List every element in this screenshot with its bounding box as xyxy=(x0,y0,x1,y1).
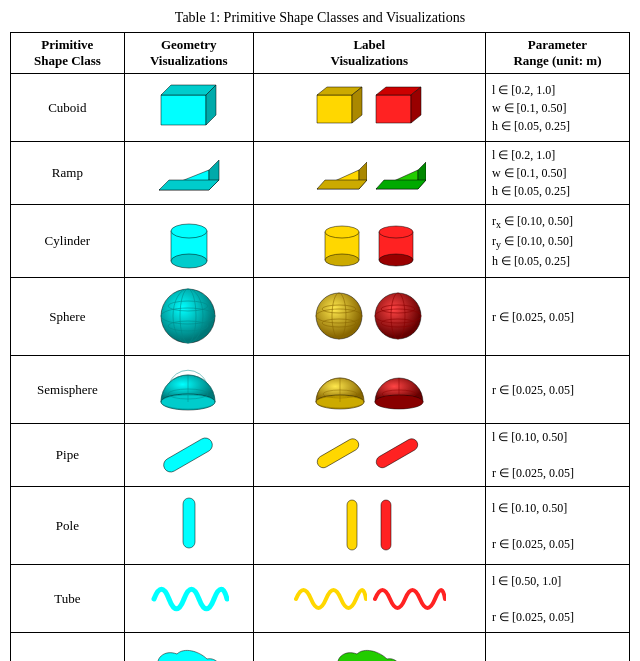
header-shape-class: PrimitiveShape Class xyxy=(11,33,125,74)
param-sphere: r ∈ [0.025, 0.05] xyxy=(485,278,629,356)
svg-point-22 xyxy=(325,254,359,266)
shape-ramp: Ramp xyxy=(11,142,125,205)
table-row: Pole xyxy=(11,487,630,565)
shape-semisphere: Semisphere xyxy=(11,356,125,424)
svg-point-38 xyxy=(375,293,421,339)
svg-marker-11 xyxy=(159,180,219,190)
table-row: Ramp xyxy=(11,142,630,205)
shape-pole: Pole xyxy=(11,487,125,565)
geo-vis-cuboid xyxy=(124,74,253,142)
param-semisphere: r ∈ [0.025, 0.05] xyxy=(485,356,629,424)
table-row: Semisphere xyxy=(11,356,630,424)
shape-sphere: Sphere xyxy=(11,278,125,356)
table-wrapper: Table 1: Primitive Shape Classes and Vis… xyxy=(10,10,630,661)
svg-point-33 xyxy=(316,293,362,339)
label-vis-sphere xyxy=(253,278,485,356)
geo-vis-ramp xyxy=(124,142,253,205)
main-table: PrimitiveShape Class GeometryVisualizati… xyxy=(10,32,630,661)
header-label: LabelVisualizations xyxy=(253,33,485,74)
param-pipe: l ∈ [0.10, 0.50]r ∈ [0.025, 0.05] xyxy=(485,424,629,487)
svg-rect-58 xyxy=(183,498,195,548)
svg-marker-3 xyxy=(317,95,352,123)
geo-vis-sphere xyxy=(124,278,253,356)
label-vis-semisphere xyxy=(253,356,485,424)
svg-point-19 xyxy=(171,254,207,268)
svg-rect-57 xyxy=(374,436,420,469)
svg-point-25 xyxy=(379,254,413,266)
label-vis-ramp xyxy=(253,142,485,205)
geo-vis-tube xyxy=(124,565,253,633)
svg-marker-0 xyxy=(161,95,206,125)
label-vis-cylinder xyxy=(253,205,485,278)
table-row: Pipe xyxy=(11,424,630,487)
svg-marker-17 xyxy=(376,180,426,189)
geo-vis-floor xyxy=(124,633,253,662)
header-param: ParameterRange (unit: m) xyxy=(485,33,629,74)
svg-rect-60 xyxy=(381,500,391,550)
svg-point-20 xyxy=(171,224,207,238)
param-cylinder: rx ∈ [0.10, 0.50]ry ∈ [0.10, 0.50]h ∈ [0… xyxy=(485,205,629,278)
shape-cuboid: Cuboid xyxy=(11,74,125,142)
param-cuboid: l ∈ [0.2, 1.0]w ∈ [0.1, 0.50]h ∈ [0.05, … xyxy=(485,74,629,142)
svg-point-23 xyxy=(325,226,359,238)
param-tube: l ∈ [0.50, 1.0]r ∈ [0.025, 0.05] xyxy=(485,565,629,633)
label-vis-pipe xyxy=(253,424,485,487)
label-vis-cuboid xyxy=(253,74,485,142)
geo-vis-pole xyxy=(124,487,253,565)
svg-point-26 xyxy=(379,226,413,238)
param-ramp: l ∈ [0.2, 1.0]w ∈ [0.1, 0.50]h ∈ [0.05, … xyxy=(485,142,629,205)
param-pole: l ∈ [0.10, 0.50]r ∈ [0.025, 0.05] xyxy=(485,487,629,565)
svg-rect-55 xyxy=(161,435,215,474)
table-row: Sphere xyxy=(11,278,630,356)
label-vis-pole xyxy=(253,487,485,565)
table-row: Cuboid xyxy=(11,74,630,142)
svg-rect-56 xyxy=(315,436,361,469)
svg-point-27 xyxy=(161,289,215,343)
svg-marker-6 xyxy=(376,95,411,123)
table-row: Floor N/A xyxy=(11,633,630,662)
svg-rect-59 xyxy=(347,500,357,550)
geo-vis-cylinder xyxy=(124,205,253,278)
geo-vis-semisphere xyxy=(124,356,253,424)
shape-floor: Floor xyxy=(11,633,125,662)
label-vis-floor xyxy=(253,633,485,662)
table-row: Tube xyxy=(11,565,630,633)
param-floor: N/A xyxy=(485,633,629,662)
geo-vis-pipe xyxy=(124,424,253,487)
label-vis-tube xyxy=(253,565,485,633)
shape-pipe: Pipe xyxy=(11,424,125,487)
svg-marker-14 xyxy=(317,180,367,189)
header-geometry: GeometryVisualizations xyxy=(124,33,253,74)
table-row: Cylinder xyxy=(11,205,630,278)
shape-tube: Tube xyxy=(11,565,125,633)
table-caption: Table 1: Primitive Shape Classes and Vis… xyxy=(10,10,630,26)
shape-cylinder: Cylinder xyxy=(11,205,125,278)
